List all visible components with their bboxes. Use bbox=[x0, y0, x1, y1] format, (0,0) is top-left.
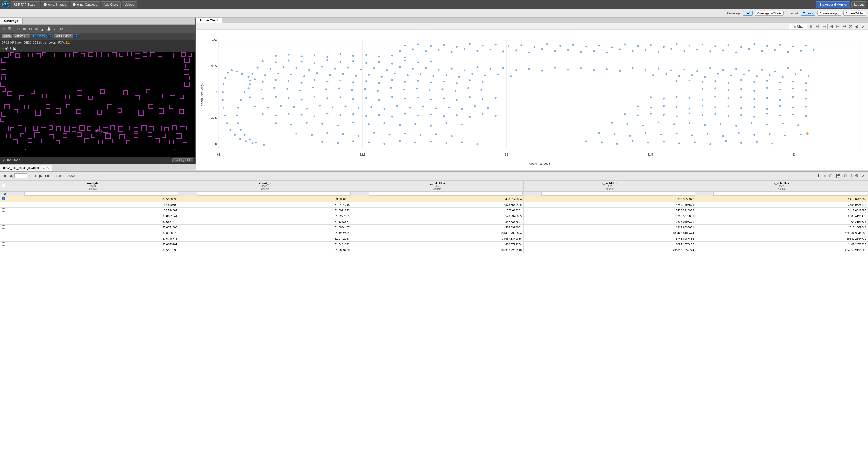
zoom-fit-button[interactable]: ⊙ bbox=[5, 46, 8, 51]
row-checkbox[interactable] bbox=[2, 237, 5, 240]
search-tool-button[interactable]: 🔍 bbox=[7, 26, 13, 31]
filter-g-flux-input[interactable] bbox=[369, 192, 523, 196]
expand-icon[interactable]: ⤢ bbox=[2, 158, 5, 163]
triview-button[interactable]: Tri-view bbox=[801, 11, 815, 16]
coverage-left-button[interactable]: Left bbox=[743, 11, 752, 16]
row-checkbox-cell[interactable] bbox=[0, 241, 7, 247]
external-catalogs-button[interactable]: External Catalogs bbox=[70, 1, 100, 8]
table-row[interactable]: -37.590702 61.0424248 2378.3550495 4250.… bbox=[0, 202, 868, 208]
table-settings-button[interactable]: ⚙ bbox=[854, 173, 860, 179]
col-header-coord-dec[interactable]: coord_dec (deg) double bbox=[7, 180, 179, 192]
row-checkbox[interactable] bbox=[2, 231, 5, 234]
first-page-button[interactable]: ⏮ bbox=[2, 173, 7, 179]
table-filter-button[interactable]: ⧖ bbox=[822, 173, 827, 179]
color-tool-button[interactable]: ◪ bbox=[39, 26, 45, 31]
row-checkbox-cell[interactable] bbox=[0, 208, 7, 213]
table-expand-button[interactable]: ⤢ bbox=[861, 173, 866, 179]
row-checkbox-cell[interactable] bbox=[0, 230, 7, 236]
filter-g-flux[interactable] bbox=[351, 192, 523, 196]
filter-i-flux[interactable] bbox=[524, 192, 695, 196]
table-row[interactable]: -37.5930093 60.9886057 498.8147834 5338.… bbox=[0, 196, 868, 202]
row-checkbox[interactable] bbox=[2, 208, 5, 212]
page-number-input[interactable] bbox=[14, 173, 27, 178]
row-checkbox-cell[interactable] bbox=[0, 236, 7, 241]
grid-tool-button[interactable]: ⊟ bbox=[28, 26, 33, 31]
filter-coord-dec[interactable] bbox=[7, 192, 179, 196]
filter-icon[interactable]: ⧖ bbox=[4, 192, 6, 195]
more-tool-button[interactable]: ⊸ bbox=[65, 26, 70, 31]
select-all-header[interactable] bbox=[0, 180, 7, 192]
add-chart-button[interactable]: Add Chart bbox=[101, 1, 121, 8]
zoom-reset-button[interactable]: ⊡ bbox=[13, 46, 16, 51]
row-checkbox[interactable] bbox=[2, 225, 5, 229]
settings-tool-button[interactable]: ⚙ bbox=[59, 26, 64, 31]
table-row[interactable]: -37.6771803 61.0934407 516.8993001 1312.… bbox=[0, 225, 868, 230]
table-tbl-button[interactable]: ⊟ bbox=[843, 173, 848, 179]
row-checkbox[interactable] bbox=[2, 248, 5, 251]
layers-tool-button[interactable]: ⧉ bbox=[34, 26, 39, 32]
row-checkbox-cell[interactable] bbox=[0, 202, 7, 208]
table-tab-object[interactable]: dp02_dc2_catalogs.Object - ... ✕ bbox=[0, 165, 53, 171]
settings-chart-button[interactable]: ⚙ bbox=[854, 23, 860, 29]
pin-chart-button[interactable]: Pin Chart bbox=[789, 24, 807, 29]
hips-aitoff-button[interactable]: HiPS/Aitoff bbox=[12, 34, 30, 38]
next-page-button[interactable]: ▶ bbox=[39, 173, 43, 179]
col-header-g-flux[interactable]: g_calibFlux (nJy) double bbox=[351, 180, 523, 192]
lock-by-click-button[interactable]: Lock by click bbox=[173, 158, 193, 163]
coverage-charts-button[interactable]: Coverage w/Charts bbox=[755, 11, 784, 16]
table-save-button[interactable]: 💾 bbox=[835, 173, 842, 179]
filter-i-flux-input[interactable] bbox=[541, 192, 695, 196]
row-checkbox[interactable] bbox=[2, 220, 5, 223]
center-tool-button[interactable]: ⊕ bbox=[16, 26, 21, 31]
save-tool-button[interactable]: 💾 bbox=[45, 26, 52, 31]
active-chart-tab[interactable]: Active Chart bbox=[195, 18, 222, 23]
coverage-tab[interactable]: Coverage bbox=[0, 18, 23, 25]
external-images-button[interactable]: External Images bbox=[41, 1, 69, 8]
upload-button[interactable]: Upload bbox=[122, 1, 137, 8]
table-row[interactable]: -37.594369 61.0021823 1075.665201 7430.3… bbox=[0, 208, 868, 213]
filter-r-flux[interactable] bbox=[695, 192, 868, 196]
expand-tool-button[interactable]: ⤢ bbox=[53, 26, 58, 31]
table-row[interactable]: -37.6857212 61.1273861 862.8855697 2625.… bbox=[0, 219, 868, 225]
last-page-button[interactable]: ⏭ bbox=[44, 173, 50, 179]
table-row[interactable]: -37.5987839 61.2603268 187907.2282116 29… bbox=[0, 247, 868, 253]
filter-coord-dec-input[interactable] bbox=[25, 192, 178, 196]
crosshair-tool-button[interactable]: ✕ bbox=[1, 26, 6, 31]
select-all-checkbox[interactable] bbox=[2, 184, 5, 187]
table-row[interactable]: -37.6043101 61.0401052 630.5799354 2094.… bbox=[0, 241, 868, 247]
biview-tables-button[interactable]: Bi-view Tables bbox=[843, 11, 866, 16]
table-info-button[interactable]: ℹ bbox=[849, 173, 853, 179]
col-header-coord-ra[interactable]: coord_ra (deg) double bbox=[179, 180, 351, 192]
col-header-r-flux[interactable]: r_calibFlux (nJy) double bbox=[695, 180, 868, 192]
expand-chart-button[interactable]: ⤢ bbox=[861, 23, 866, 29]
zoom-chart-button[interactable]: ⊞ bbox=[829, 23, 834, 29]
row-checkbox-cell[interactable] bbox=[0, 219, 7, 225]
table-tab-close-button[interactable]: ✕ bbox=[46, 166, 49, 170]
table-columns-button[interactable]: ⊞ bbox=[828, 173, 834, 179]
coord-dropdown-button[interactable]: ▼ bbox=[48, 34, 53, 38]
select-chart-button[interactable]: ▭ bbox=[821, 24, 828, 29]
rsp-tap-search-button[interactable]: RSP TAP Search bbox=[11, 1, 40, 8]
table-row[interactable]: -37.6796873 61.1282629 131451.7375624 18… bbox=[0, 230, 868, 236]
row-checkbox-cell[interactable] bbox=[0, 225, 7, 230]
zoom-in-button[interactable]: + bbox=[9, 46, 11, 51]
row-checkbox[interactable] bbox=[2, 214, 5, 218]
row-checkbox-cell[interactable] bbox=[0, 213, 7, 219]
prev-page-button[interactable]: ◀ bbox=[9, 173, 13, 179]
logout-button[interactable]: Logout bbox=[851, 1, 866, 8]
row-checkbox-cell[interactable] bbox=[0, 247, 7, 253]
row-checkbox[interactable] bbox=[2, 203, 5, 206]
col-header-i-flux[interactable]: i_calibFlux (nJy) double bbox=[524, 180, 695, 192]
rect-select-chart-button[interactable]: ⊟ bbox=[835, 23, 840, 29]
sky-map[interactable] bbox=[0, 52, 195, 157]
filter-coord-ra-input[interactable] bbox=[197, 192, 351, 196]
background-monitor-button[interactable]: Background Monitor bbox=[816, 1, 850, 8]
row-checkbox[interactable] bbox=[2, 242, 5, 246]
row-checkbox-cell[interactable] bbox=[0, 196, 7, 202]
hips-button[interactable]: HiPS bbox=[2, 34, 11, 38]
zoom-out-chart-button[interactable]: ⊖ bbox=[815, 23, 820, 29]
table-download-button[interactable]: ⬇ bbox=[816, 173, 821, 179]
filter-r-flux-input[interactable] bbox=[713, 192, 867, 196]
zoom-in-chart-button[interactable]: ⊕ bbox=[808, 23, 814, 29]
table-row[interactable]: -37.6746778 61.0742047 34667.3340686 574… bbox=[0, 236, 868, 241]
